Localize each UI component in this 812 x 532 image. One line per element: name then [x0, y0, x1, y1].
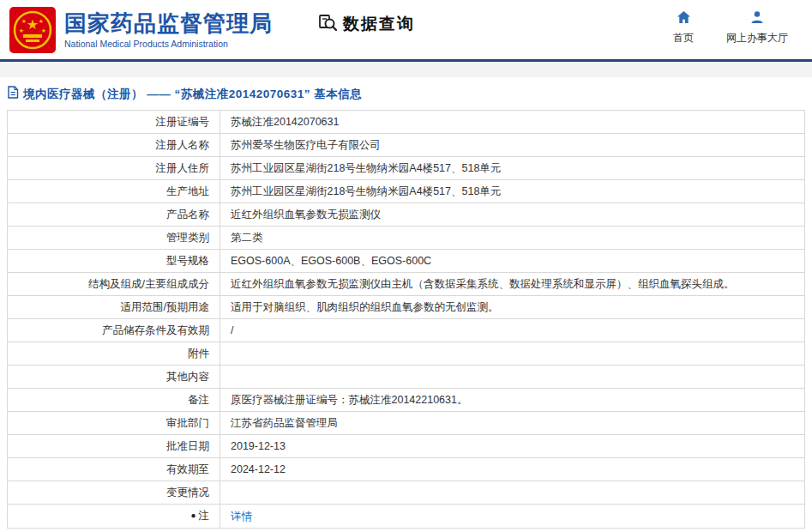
svg-text:★: ★ — [27, 17, 39, 32]
row-label: 变更情况 — [8, 481, 220, 505]
row-label: 适用范围/预期用途 — [8, 296, 220, 319]
row-label: 注册人名称 — [8, 134, 220, 157]
row-label: 生产地址 — [8, 180, 220, 203]
table-row: 结构及组成/主要组成成分近红外组织血氧参数无损监测仪由主机（含数据采集系统、数据… — [8, 273, 805, 296]
table-row: 其他内容 — [8, 366, 805, 389]
svg-text:★: ★ — [41, 27, 46, 33]
table-row: 注册人住所苏州工业园区星湖街218号生物纳米园A4楼517、518单元 — [8, 157, 805, 180]
row-value: EGOS-600A、EGOS-600B、EGOS-600C — [220, 250, 805, 273]
note-bullet-icon: ● — [190, 510, 195, 522]
table-row: 备注原医疗器械注册证编号：苏械注准20142210631。 — [8, 389, 805, 412]
row-value: 2024-12-12 — [220, 458, 805, 481]
row-value: 苏州工业园区星湖街218号生物纳米园A4楼517、518单元 — [220, 157, 805, 180]
row-value: / — [220, 319, 805, 342]
nav-item-service-hall[interactable]: 网上办事大厅 — [726, 10, 788, 45]
user-icon — [750, 10, 764, 27]
data-query-title: 数据查询 — [343, 13, 415, 35]
row-label: 备注 — [8, 389, 220, 412]
row-label: 批准日期 — [8, 435, 220, 458]
subheader-strip — [0, 62, 812, 77]
table-row: 型号规格EGOS-600A、EGOS-600B、EGOS-600C — [8, 250, 805, 273]
row-value — [220, 342, 805, 366]
info-table-body: 注册证编号苏械注准20142070631注册人名称苏州爱琴生物医疗电子有限公司注… — [8, 111, 805, 529]
table-row: 生产地址苏州工业园区星湖街218号生物纳米园A4楼517、518单元 — [8, 180, 805, 203]
row-value: 苏械注准20142070631 — [220, 111, 805, 134]
row-value: 第二类 — [220, 227, 805, 250]
row-label: 型号规格 — [8, 250, 220, 273]
table-row: 产品名称近红外组织血氧参数无损监测仪 — [8, 203, 805, 227]
page-title: 境内医疗器械（注册） —— “苏械注准20142070631” 基本信息 — [23, 87, 362, 102]
row-label: 管理类别 — [8, 227, 220, 250]
row-value: 近红外组织血氧参数无损监测仪由主机（含数据采集系统、数据处理系统和显示屏）、组织… — [220, 273, 805, 296]
svg-text:★: ★ — [19, 27, 24, 33]
table-row: 产品储存条件及有效期/ — [8, 319, 805, 342]
page-header: ★ ★ ★ ★ ★ 国家药品监督管理局 National Medical Pro… — [0, 0, 812, 62]
document-icon — [7, 86, 19, 102]
nav-item-home[interactable]: 首页 — [673, 10, 694, 45]
detail-link[interactable]: 详情 — [231, 511, 252, 523]
agency-name-cn: 国家药品监督管理局 — [64, 10, 273, 36]
row-value: 苏州爱琴生物医疗电子有限公司 — [220, 134, 805, 157]
row-label: 产品名称 — [8, 203, 220, 227]
breadcrumb: 境内医疗器械（注册） —— “苏械注准20142070631” 基本信息 — [0, 77, 812, 110]
row-value: 原医疗器械注册证编号：苏械注准20142210631。 — [220, 389, 805, 412]
row-value — [220, 481, 805, 505]
nav-service-hall-label: 网上办事大厅 — [726, 31, 788, 45]
table-row: 有效期至2024-12-12 — [8, 458, 805, 481]
row-value: 详情 — [220, 505, 805, 529]
row-label: 附件 — [8, 342, 220, 366]
header-nav: 首页 网上办事大厅 — [673, 10, 800, 45]
row-label: 其他内容 — [8, 366, 220, 389]
table-row: 变更情况 — [8, 481, 805, 505]
home-icon — [677, 10, 691, 27]
row-label: 审批部门 — [8, 412, 220, 435]
table-row: 审批部门江苏省药品监督管理局 — [8, 412, 805, 435]
row-label: 有效期至 — [8, 458, 220, 481]
agency-name-en: National Medical Products Administration — [64, 39, 273, 49]
row-value — [220, 366, 805, 389]
row-value: 苏州工业园区星湖街218号生物纳米园A4楼517、518单元 — [220, 180, 805, 203]
data-query-section: 数据查询 — [317, 12, 415, 36]
row-label: 注册证编号 — [8, 111, 220, 134]
row-value: 江苏省药品监督管理局 — [220, 412, 805, 435]
table-row: 批准日期2019-12-13 — [8, 435, 805, 458]
row-label: ●注 — [8, 505, 220, 529]
table-row: 适用范围/预期用途适用于对脑组织、肌肉组织的组织血氧参数的无创监测。 — [8, 296, 805, 319]
row-label: 注册人住所 — [8, 157, 220, 180]
table-row: 注册人名称苏州爱琴生物医疗电子有限公司 — [8, 134, 805, 157]
agency-title-block: 国家药品监督管理局 National Medical Products Admi… — [64, 10, 273, 49]
table-row: 附件 — [8, 342, 805, 366]
table-row: 注册证编号苏械注准20142070631 — [8, 111, 805, 134]
row-label: 结构及组成/主要组成成分 — [8, 273, 220, 296]
registration-info-table: 注册证编号苏械注准20142070631注册人名称苏州爱琴生物医疗电子有限公司注… — [7, 110, 805, 529]
row-label: 产品储存条件及有效期 — [8, 319, 220, 342]
magnifier-icon — [317, 12, 338, 36]
row-value: 近红外组织血氧参数无损监测仪 — [220, 203, 805, 227]
nav-home-label: 首页 — [673, 31, 694, 45]
table-row: 管理类别第二类 — [8, 227, 805, 250]
national-emblem-icon: ★ ★ ★ ★ ★ — [9, 6, 57, 54]
svg-text:★: ★ — [39, 18, 44, 24]
svg-text:★: ★ — [21, 18, 27, 24]
row-value: 适用于对脑组织、肌肉组织的组织血氧参数的无创监测。 — [220, 296, 805, 319]
table-row: ●注详情 — [8, 505, 805, 529]
row-value: 2019-12-13 — [220, 435, 805, 458]
